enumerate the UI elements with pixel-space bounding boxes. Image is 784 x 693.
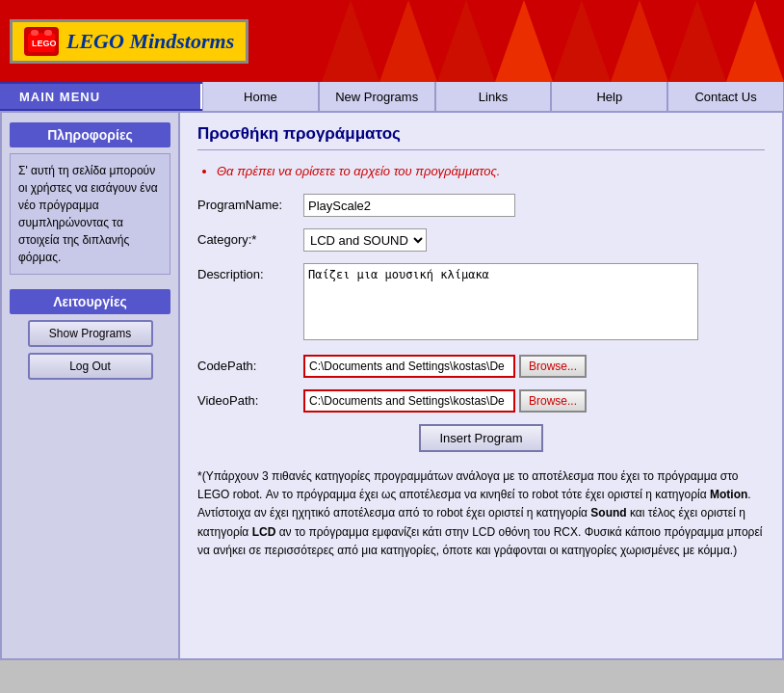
program-name-label: ProgramName: <box>197 194 303 212</box>
video-path-inputs: Browse... <box>303 389 587 413</box>
logo-container: LEGO LEGO Mindstorms <box>10 19 248 64</box>
insert-row: Insert Program <box>197 424 765 452</box>
sound-text: Sound <box>590 506 626 520</box>
logout-button[interactable]: Log Out <box>28 353 153 380</box>
error-message: Θα πρέπει να ορίσετε το αρχείο του προγρ… <box>217 164 765 178</box>
error-box: Θα πρέπει να ορίσετε το αρχείο του προγρ… <box>197 164 765 178</box>
browse-video-button[interactable]: Browse... <box>519 389 587 413</box>
header: LEGO LEGO Mindstorms <box>0 0 784 82</box>
description-textarea[interactable] <box>303 263 698 340</box>
info-text: Σ' αυτή τη σελίδα μπορούν οι χρήστες να … <box>10 153 170 275</box>
code-path-row: CodePath: Browse... <box>197 355 765 378</box>
nav-items: Home New Programs Links Help Contact Us <box>202 82 784 111</box>
sidebar: Πληροφορίες Σ' αυτή τη σελίδα μπορούν οι… <box>2 113 180 658</box>
code-path-inputs: Browse... <box>303 355 587 378</box>
info-section-title: Πληροφορίες <box>10 122 170 147</box>
browse-code-button[interactable]: Browse... <box>519 355 587 378</box>
svg-text:LEGO: LEGO <box>32 39 56 48</box>
video-path-label: VideoPath: <box>197 389 303 408</box>
svg-rect-1 <box>31 30 39 36</box>
nav-item-home[interactable]: Home <box>202 82 319 111</box>
category-row: Category:* LCD and SOUND Motion Sound LC… <box>197 228 765 252</box>
program-name-input[interactable] <box>303 194 515 217</box>
category-label: Category:* <box>197 228 303 247</box>
navigation-bar: MAIN MENU Home New Programs Links Help C… <box>0 82 784 111</box>
video-path-row: VideoPath: Browse... <box>197 389 765 413</box>
footer-note: *(Υπάρχουν 3 πιθανές κατηγορίες προγραμμ… <box>197 467 765 560</box>
program-name-row: ProgramName: <box>197 194 765 217</box>
main-menu-label: MAIN MENU <box>0 84 202 109</box>
svg-rect-2 <box>44 30 52 36</box>
code-path-input[interactable] <box>303 355 515 378</box>
nav-item-contact-us[interactable]: Contact Us <box>667 82 784 111</box>
content-area: Προσθήκη προγράμματος Θα πρέπει να ορίσε… <box>180 113 782 658</box>
lcd-text: LCD <box>252 525 276 539</box>
show-programs-button[interactable]: Show Programs <box>28 320 153 347</box>
nav-item-links[interactable]: Links <box>435 82 552 111</box>
logo-text: LEGO Mindstorms <box>66 29 234 54</box>
header-decoration <box>302 0 784 82</box>
insert-program-button[interactable]: Insert Program <box>419 424 544 452</box>
description-row: Description: <box>197 263 765 343</box>
description-wrapper <box>303 263 698 343</box>
lego-icon: LEGO <box>24 27 59 56</box>
category-select[interactable]: LCD and SOUND Motion Sound LCD <box>303 228 427 252</box>
page-title: Προσθήκη προγράμματος <box>197 124 765 150</box>
description-label: Description: <box>197 263 303 281</box>
main-area: Πληροφορίες Σ' αυτή τη σελίδα μπορούν οι… <box>0 111 784 660</box>
operations-section-title: Λειτουργίες <box>10 289 170 314</box>
motion-text: Motion <box>710 488 747 501</box>
nav-item-help[interactable]: Help <box>551 82 667 111</box>
video-path-input[interactable] <box>303 389 515 413</box>
nav-item-new-programs[interactable]: New Programs <box>319 82 435 111</box>
code-path-label: CodePath: <box>197 355 303 373</box>
